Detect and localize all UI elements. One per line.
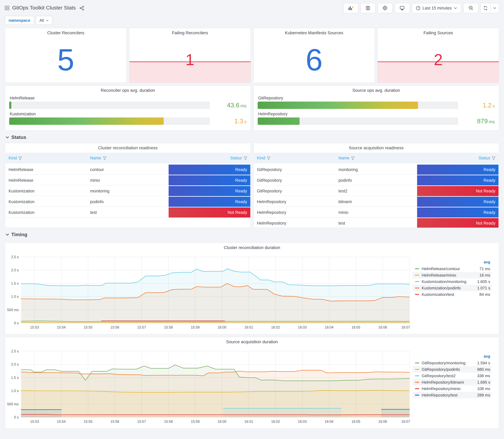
status-badge: Ready [169,175,250,185]
svg-text:2.0 s: 2.0 s [11,362,19,366]
add-panel-button[interactable] [343,3,358,13]
svg-text:16:06: 16:06 [378,325,387,329]
series-color-swatch [415,287,419,288]
table-cell-status: Ready [417,175,499,186]
legend-item-helmrepository-test[interactable]: HelmRepository/test289 ms [413,392,492,398]
table-cell: HelmRelease [5,175,87,186]
svg-text:16:00: 16:00 [218,420,226,424]
legend-item-gitrepository-test2[interactable]: GitRepository/test2338 ms [413,373,492,379]
svg-text:16:05: 16:05 [351,420,360,424]
series-color-swatch [415,394,419,395]
column-header-status[interactable]: Status [417,153,499,164]
chart-legend: avgHelmRelease/contour71 msHelmRelease/m… [413,250,496,332]
column-header-name[interactable]: Name [335,153,417,164]
dashboard: GitOps Toolkit Cluster Stats [0,0,504,430]
section-timing[interactable]: Timing [2,228,502,240]
time-range-picker[interactable]: Last 15 minutes [412,3,461,13]
svg-text:15:58: 15:58 [164,420,173,424]
time-range-label: Last 15 minutes [422,6,452,10]
legend-item-gitrepository-monitoring[interactable]: GitRepository/monitoring1.594 s [413,360,492,366]
legend-item-kustomization-podinfo[interactable]: Kustomization/podinfo1.071 s [413,285,492,291]
cycle-view-mode-button[interactable] [395,3,410,13]
chevron-down-icon [493,7,496,9]
refresh-button[interactable] [481,3,490,13]
gauge-label: Kustomization [10,112,246,116]
timeseries-plot[interactable]: 0 s500 ms1.0 s1.5 s2.0 s2.5 s15:5315:541… [5,348,413,427]
svg-text:1.5 s: 1.5 s [11,281,19,285]
chevron-down-icon [5,136,9,139]
table-cell-status: Ready [417,164,499,175]
gauge-panel-reconciler-ops-avg-duration: Reconciler ops avg. durationHelmRelease4… [5,85,251,131]
table-cell-status: Ready [169,186,250,196]
chart-panel-source-acquisition-duration: Source acquisition duration0 s500 ms1.0 … [5,337,499,429]
table-cell-status: Ready [169,175,250,186]
svg-text:15:59: 15:59 [191,325,200,329]
zoom-out-button[interactable] [463,3,478,13]
status-badge: Not Ready [417,186,499,196]
series-color-swatch [415,369,419,370]
gauge-bar-fill [258,118,300,125]
table-cell: HelmRelease [5,164,87,175]
series-color-swatch [415,375,419,376]
column-header-status[interactable]: Status [169,153,250,164]
refresh-split-button [480,3,499,13]
legend-item-helmrepository-bitnami[interactable]: HelmRepository/bitnami1.695 s [413,379,492,385]
legend-item-helmrelease-minio[interactable]: HelmRelease/minio16 ms [413,272,492,278]
table-cell: contour [87,164,169,175]
status-badge: Ready [417,197,499,207]
svg-text:16:03: 16:03 [298,420,307,424]
table-cell: bitnami [335,196,417,207]
table-row: HelmReleasecontourReady [5,164,250,175]
panel-title: Kubernetes Manifests Sources [254,28,375,36]
gauge-value: 1.2s [463,102,495,109]
column-header-kind[interactable]: Kind [5,153,87,164]
section-status[interactable]: Status [2,131,502,143]
share-icon[interactable] [79,6,84,10]
gauge-bar-fill [258,102,418,109]
page-title: GitOps Toolkit Cluster Stats [12,5,76,11]
table-cell: GitRepository [254,186,335,196]
svg-text:16:02: 16:02 [271,420,280,424]
table-cell-status: Not Ready [417,186,499,196]
table-row: GitRepositorytest2Not Ready [254,186,499,196]
dashboard-grid-icon[interactable] [5,6,10,10]
table-cell: GitRepository [254,175,335,186]
series-color-swatch [415,281,419,282]
legend-item-kustomization-monitoring[interactable]: Kustomization/monitoring1.605 s [413,278,492,285]
gauges-row: Reconciler ops avg. durationHelmRelease4… [2,83,502,131]
panel-title: Cluster Reconcilers [5,28,126,36]
legend-item-kustomization-test[interactable]: Kustomization/test84 ms [413,291,492,298]
svg-text:16:01: 16:01 [244,325,253,329]
save-dashboard-button[interactable] [360,3,375,13]
timeseries-plot[interactable]: 0 s500 ms1.0 s1.5 s2.0 s2.5 s15:5315:541… [5,254,413,332]
stat-value: 5 [57,44,74,75]
svg-text:16:04: 16:04 [325,420,333,424]
column-header-name[interactable]: Name [87,153,169,164]
panel-title: Source ops avg. duration [258,86,495,93]
legend-item-helmrepository-minio[interactable]: HelmRepository/minio108 ms [413,385,492,392]
series-color-swatch [415,294,419,295]
legend-item-gitrepository-podinfo[interactable]: GitRepository/podinfo980 ms [413,366,492,373]
column-header-kind[interactable]: Kind [254,153,335,164]
table-row: HelmRepositorybitnamiReady [254,196,499,207]
svg-text:15:54: 15:54 [57,420,66,424]
table-cell: monitoring [335,164,417,175]
gauge-value: 1.3s [215,118,246,125]
gauge-value: 43.6ms [215,102,246,109]
charts-column: Cluster reconciliation duration0 s500 ms… [2,243,502,429]
series-color-swatch [415,268,419,269]
legend-avg-header[interactable]: avg [474,354,492,360]
variable-label-namespace[interactable]: namespace [5,16,34,25]
svg-text:15:53: 15:53 [30,420,39,424]
svg-text:15:58: 15:58 [164,325,173,329]
legend-avg-header[interactable]: avg [474,259,492,266]
settings-gear-icon[interactable] [378,3,393,13]
table-panel-source-acquisition-readiness: Source acquisition readinessKindNameStat… [253,143,499,228]
table-cell: podinfo [335,175,417,186]
svg-text:15:56: 15:56 [111,325,119,329]
toolbar: Last 15 minutes [343,3,499,13]
variable-value-dropdown[interactable]: All [36,16,52,25]
svg-text:16:02: 16:02 [271,325,280,329]
refresh-interval-caret[interactable] [490,3,499,13]
legend-item-helmrelease-contour[interactable]: HelmRelease/contour71 ms [413,266,492,272]
